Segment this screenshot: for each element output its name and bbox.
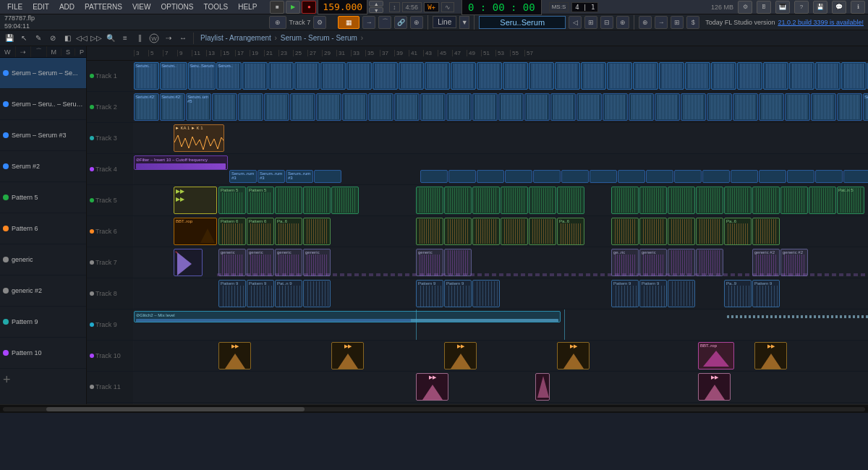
clip[interactable] [529, 62, 554, 90]
clip[interactable] [696, 218, 723, 245]
clip[interactable] [633, 62, 658, 90]
clip[interactable] [707, 93, 732, 121]
clip[interactable] [607, 62, 632, 90]
clip[interactable] [785, 93, 810, 121]
col-mute[interactable]: M [47, 48, 62, 56]
clip[interactable]: ▶▶ [331, 342, 364, 369]
clip[interactable] [314, 170, 341, 183]
clip[interactable] [618, 170, 645, 183]
clip[interactable] [837, 93, 862, 121]
clip[interactable] [524, 93, 550, 121]
col-solo[interactable]: S [61, 48, 75, 56]
clip[interactable]: Serum.. [216, 62, 242, 90]
bottom-scrollbar[interactable] [0, 404, 868, 413]
clip[interactable]: Pa..6 [557, 218, 584, 245]
clip[interactable] [731, 170, 758, 183]
clip[interactable] [557, 187, 584, 214]
clip[interactable] [368, 93, 393, 121]
track-4-content[interactable]: ⊘Filter – Insert 10 – Cutoff frequency S… [134, 154, 868, 184]
clip[interactable] [752, 187, 780, 214]
clip[interactable]: Pattern 9 [218, 280, 246, 307]
logo-btn[interactable]: W [148, 32, 161, 45]
menu-patterns[interactable]: PATTERNS [80, 1, 127, 12]
clip[interactable] [533, 170, 561, 183]
clip[interactable] [444, 187, 472, 214]
clip[interactable]: ▶▶ [444, 342, 477, 369]
clip[interactable] [681, 93, 706, 121]
col-pan[interactable]: P [75, 48, 87, 56]
clip[interactable] [472, 187, 500, 214]
clip[interactable]: generic [416, 249, 443, 276]
clip[interactable] [668, 218, 695, 245]
clip[interactable] [629, 93, 654, 121]
clip[interactable] [809, 187, 836, 214]
menu-options[interactable]: OPTIONS [156, 1, 197, 12]
clip[interactable] [659, 62, 684, 90]
clip[interactable]: generic [247, 249, 274, 276]
clip[interactable] [320, 62, 346, 90]
clip[interactable] [373, 62, 398, 90]
plugin-browser-button[interactable]: 💾 [813, 1, 827, 14]
cpu-button[interactable]: ⚙ [738, 1, 752, 14]
clip[interactable] [550, 93, 576, 121]
play-button[interactable]: ▶ [286, 1, 300, 14]
clip[interactable]: Pattern 9 [444, 280, 472, 307]
tab-w[interactable]: W [0, 46, 16, 57]
menu-help[interactable]: HELP [234, 1, 261, 12]
clip[interactable]: Serum..rum #3 [258, 170, 285, 183]
clip[interactable]: Pa..6 [275, 218, 302, 245]
clip[interactable] [668, 187, 695, 214]
clip[interactable]: ge..ric [611, 249, 639, 276]
clip-generic-arrow[interactable]: ✎ [174, 249, 203, 276]
track-7-content[interactable]: ✎ generic generic generic generic generi… [134, 247, 868, 278]
clip[interactable] [472, 218, 500, 245]
clip[interactable] [498, 93, 524, 121]
clip[interactable] [264, 93, 289, 121]
clip[interactable] [668, 249, 695, 276]
plugin-name[interactable]: Seru..Serum [479, 16, 566, 29]
line-dropdown[interactable]: Line [433, 16, 456, 28]
clip[interactable]: Ser.. [863, 93, 868, 121]
clip[interactable]: ▶▶ [218, 342, 251, 369]
clip[interactable] [668, 280, 695, 307]
clip[interactable]: Pattern 9 [752, 280, 780, 307]
clip[interactable] [789, 62, 814, 90]
dropdown-arrow[interactable]: ▼ [459, 16, 469, 29]
clip[interactable] [590, 170, 617, 183]
clip[interactable] [711, 62, 736, 90]
clip[interactable] [420, 170, 448, 183]
zoom-btn[interactable]: 🔍 [104, 32, 117, 45]
clip[interactable] [425, 62, 450, 90]
clip[interactable] [505, 170, 532, 183]
clip[interactable] [639, 218, 667, 245]
clip[interactable] [501, 218, 528, 245]
clip[interactable] [477, 170, 504, 183]
clip[interactable] [603, 93, 628, 121]
left-track-3[interactable]: Serum – Serum #3 [0, 120, 86, 151]
clip[interactable] [420, 93, 446, 121]
pencil-btn[interactable]: ✎ [32, 32, 45, 45]
clip[interactable]: Pa..6 [724, 218, 752, 245]
tempo-up[interactable]: ▲ [369, 1, 383, 7]
clip[interactable] [477, 62, 502, 90]
record-button[interactable]: ● [302, 1, 316, 14]
fl-version-link[interactable]: 21.0.2 build 3399 is available! [778, 19, 864, 26]
mixer-button[interactable]: 🎚 [757, 1, 771, 14]
clip[interactable] [472, 93, 498, 121]
clip[interactable] [346, 62, 372, 90]
plugin-left[interactable]: ◁ [569, 16, 582, 29]
clip[interactable]: Serum #2 [160, 93, 185, 121]
fill-btn[interactable]: ◧ [61, 32, 74, 45]
clip[interactable] [290, 93, 315, 121]
clip[interactable] [472, 280, 500, 307]
left-track-9[interactable]: Pattern 9 [0, 307, 86, 338]
clip[interactable] [446, 93, 472, 121]
track-11-content[interactable]: ▶▶ ▶▶ [134, 372, 868, 402]
clip[interactable] [581, 62, 606, 90]
clip[interactable] [503, 62, 528, 90]
clip[interactable]: Seru..Serum [188, 62, 216, 90]
clip-pattern5-arrow[interactable]: ▶▶ ▶▶ [174, 187, 217, 214]
clip[interactable]: ▶▶ [754, 342, 787, 369]
clip[interactable] [696, 249, 723, 276]
chat-button[interactable]: 💬 [832, 1, 846, 14]
